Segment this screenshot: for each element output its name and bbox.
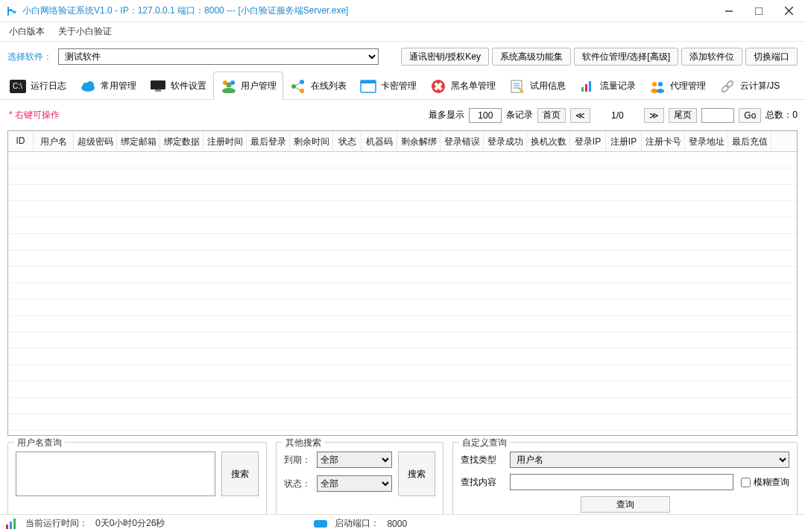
btn-advanced-features[interactable]: 系统高级功能集 [492,48,571,66]
first-page-button[interactable]: 首页 [537,108,566,123]
maximize-button[interactable] [748,3,769,19]
svg-rect-10 [155,89,161,92]
table-row [8,234,797,250]
prev-page-button[interactable]: ≪ [570,108,590,123]
runtime-value: 0天0小时0分26秒 [95,517,165,530]
btn-auth-key[interactable]: 通讯密钥/授权Key [401,48,489,66]
port-value: 8000 [387,519,407,529]
svg-point-37 [725,80,733,88]
col-header[interactable]: 剩余时间 [290,131,333,151]
tab-online[interactable]: 在线列表 [283,72,353,100]
searchtype-select[interactable]: 用户名 [510,452,789,468]
expire-select[interactable]: 全部 [317,452,392,468]
tab-runlog[interactable]: C:\运行日志 [3,72,73,100]
tab-blacklist[interactable]: 黑名单管理 [423,72,502,100]
btn-slot-manage[interactable]: 软件位管理/选择[高级] [574,48,678,66]
topbar-buttons: 通讯密钥/授权Key 系统高级功能集 软件位管理/选择[高级] 添加软件位 切换… [401,48,798,66]
status-select[interactable]: 全部 [317,475,392,492]
table-row [8,332,797,349]
svg-point-14 [222,88,236,93]
col-header[interactable]: ID [8,131,34,151]
software-select[interactable]: 测试软件 [58,48,379,65]
notepad-icon [509,78,525,95]
port-label: 启动端口： [335,517,379,530]
user-table[interactable]: ID用户名超级密码绑定邮箱绑定数据注册时间最后登录剩余时间状态机器码剩余解绑登录… [7,130,798,436]
window-title: 小白网络验证系统V1.0 - IP：127.0.0.1 端口：8000 --- … [22,4,348,17]
col-header[interactable]: 登录成功 [484,131,527,151]
svg-rect-9 [151,80,165,89]
close-button[interactable] [778,3,799,19]
svg-line-19 [295,87,300,90]
go-button[interactable]: Go [739,108,761,123]
svg-point-13 [227,83,232,88]
table-row [8,201,797,218]
other-search-panel: 其他搜索 到期： 全部 状态： 全部 搜索 [276,442,443,521]
svg-point-16 [300,80,304,84]
goto-page-input[interactable] [701,108,734,123]
tab-traffic[interactable]: 流量记录 [572,72,643,100]
col-header[interactable]: 注册时间 [203,131,247,151]
next-page-button[interactable]: ≫ [644,108,664,123]
pager: 最多显示 条记录 首页 ≪ 1/0 ≫ 尾页 Go 总数：0 [429,108,798,123]
minimize-button[interactable] [719,3,739,19]
col-header[interactable]: 绑定邮箱 [117,131,160,151]
tab-common[interactable]: 常用管理 [73,72,143,100]
col-header[interactable]: 剩余解绑 [397,131,441,151]
search-panels: 用户名查询 搜索 其他搜索 到期： 全部 状态： 全部 搜索 自定义查询 查找类… [0,436,805,521]
tab-trial[interactable]: 试用信息 [502,72,572,100]
col-header[interactable]: 注册卡号 [642,131,685,151]
maxshow-input[interactable] [469,108,502,123]
col-header[interactable]: 登录IP [570,131,606,151]
port-icon [314,520,327,528]
btn-switch-port[interactable]: 切换端口 [745,48,798,66]
tab-cloud-js[interactable]: 云计算/JS [713,72,786,100]
col-header[interactable]: 用户名 [34,131,74,151]
table-row [8,398,797,414]
tab-agent[interactable]: 代理管理 [643,72,713,100]
context-hint: * 右键可操作 [7,104,61,126]
col-header[interactable]: 注册IP [606,131,642,151]
fuzzy-checkbox-label[interactable]: 模糊查询 [741,476,789,489]
menu-version[interactable]: 小白版本 [7,22,46,41]
custom-query-button[interactable]: 查询 [581,496,670,513]
username-search-input[interactable] [16,452,215,496]
menu-about[interactable]: 关于小白验证 [57,22,113,41]
col-header[interactable]: 超级密码 [74,131,117,151]
col-header[interactable]: 登录地址 [685,131,728,151]
table-row [8,267,797,283]
username-search-button[interactable]: 搜索 [221,452,259,496]
col-header[interactable]: 机器码 [362,131,397,151]
svg-point-8 [86,81,94,89]
table-row [8,185,797,201]
table-row [8,250,797,267]
col-header[interactable]: 最后登录 [247,131,290,151]
panel-legend: 其他搜索 [282,437,324,449]
col-header[interactable]: 最后充值 [728,131,771,151]
tab-software-set[interactable]: 软件设置 [143,72,213,100]
window-icon [360,78,376,95]
col-header[interactable]: 登录错误 [441,131,484,151]
table-row [8,316,797,332]
fuzzy-checkbox[interactable] [741,478,751,487]
main-tabs: C:\运行日志 常用管理 软件设置 用户管理 在线列表 卡密管理 黑名单管理 试… [0,72,805,100]
tab-user-manage[interactable]: 用户管理 [213,72,283,100]
col-header[interactable]: 换机次数 [527,131,570,151]
tab-card[interactable]: 卡密管理 [353,72,423,100]
menu-bar: 小白版本 关于小白验证 [0,22,805,42]
other-search-button[interactable]: 搜索 [398,452,435,496]
svg-point-35 [657,89,664,93]
signal-icon [6,519,18,529]
btn-add-slot[interactable]: 添加软件位 [681,48,742,66]
title-bar: 小白网络验证系统V1.0 - IP：127.0.0.1 端口：8000 --- … [0,0,805,22]
table-row [8,349,797,365]
col-header[interactable]: 绑定数据 [160,131,203,151]
col-header[interactable]: 状态 [333,131,362,151]
status-label: 状态： [284,478,311,490]
last-page-button[interactable]: 尾页 [669,108,697,123]
table-row [8,218,797,234]
app-logo-icon [6,5,18,17]
searchcontent-input[interactable] [510,474,733,490]
table-row [8,381,797,398]
table-row [8,168,797,185]
forbidden-icon [430,78,446,95]
